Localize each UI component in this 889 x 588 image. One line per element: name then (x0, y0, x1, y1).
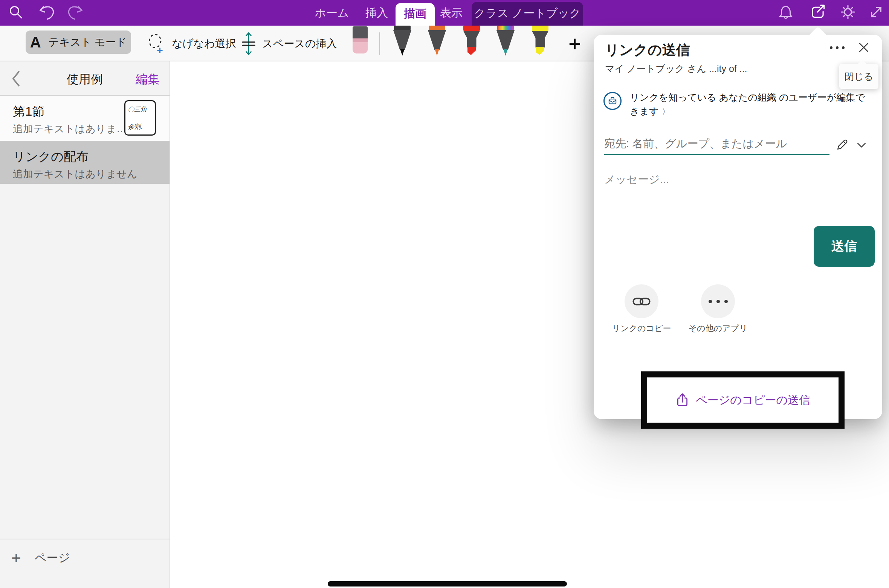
insert-space-icon (241, 32, 256, 56)
copy-link-button[interactable] (625, 284, 658, 318)
expand-icon (868, 4, 884, 20)
sidebar-header: 使用例 編集 (0, 61, 170, 96)
dialog-subtitle: マイ ノートブック さん ...ity of ... (605, 63, 747, 75)
page-list-item[interactable]: 第1節 追加テキストはありま… 〇三角 余割. (0, 96, 170, 141)
add-pen-label: + (568, 31, 581, 56)
message-input[interactable] (604, 170, 868, 189)
close-icon (858, 41, 870, 53)
sidebar-footer: + ページ (0, 539, 170, 588)
insert-space-label: スペースの挿入 (262, 37, 337, 51)
send-button-label: 送信 (831, 238, 857, 255)
search-icon (8, 4, 24, 20)
close-dialog-button[interactable] (854, 38, 873, 57)
lasso-select-button[interactable]: なげなわ選択 (146, 26, 236, 61)
text-mode-button[interactable]: A テキスト モード (26, 31, 131, 54)
chevron-left-icon (11, 70, 21, 87)
thumbnail-handwriting-line1: 〇三角 (128, 105, 147, 114)
send-button[interactable]: 送信 (814, 226, 875, 267)
top-app-bar: ホーム 挿入 描画 表示 クラス ノートブック (0, 0, 889, 26)
copy-link-label: リンクのコピー (600, 323, 683, 334)
link-icon (632, 295, 651, 308)
tab-view-label: 表示 (440, 6, 463, 19)
settings-button[interactable] (839, 3, 857, 21)
lasso-icon (146, 33, 166, 54)
share-button[interactable] (809, 3, 827, 21)
plus-icon: + (11, 548, 21, 567)
lasso-select-label: なげなわ選択 (172, 37, 236, 51)
search-button[interactable] (7, 3, 25, 21)
tab-draw-label: 描画 (404, 7, 426, 20)
more-apps-button[interactable] (701, 284, 735, 318)
page-subtitle: 追加テキストはありません (13, 167, 137, 181)
page-thumbnail: 〇三角 余割. (124, 100, 156, 136)
tab-draw-active[interactable]: 描画 (396, 3, 435, 26)
section-title: 使用例 (45, 71, 124, 88)
insert-space-button[interactable]: スペースの挿入 (241, 26, 337, 61)
pen-divider (379, 32, 380, 55)
send-page-copy-button[interactable]: ページのコピーの送信 (675, 393, 810, 408)
text-mode-label: テキスト モード (49, 35, 127, 49)
more-options-button[interactable] (827, 38, 847, 57)
page-subtitle: 追加テキストはありま… (13, 122, 127, 136)
redo-button[interactable] (67, 3, 85, 21)
page-list-item-selected[interactable]: リンクの配布 追加テキストはありません (0, 141, 170, 184)
chevron-right-icon: 〉 (662, 107, 670, 116)
back-button[interactable] (11, 70, 28, 88)
dialog-title: リンクの送信 (605, 41, 690, 60)
text-mode-icon: A (30, 34, 41, 51)
more-apps-label: その他のアプリ (677, 323, 759, 334)
home-indicator[interactable] (328, 581, 567, 586)
chevron-down-icon (856, 140, 867, 150)
yellow-highlighter-tool[interactable] (531, 26, 549, 57)
rainbow-pen-tool[interactable] (496, 26, 515, 57)
tab-class-notebook-label: クラス ノートブック (474, 7, 581, 19)
tab-insert-label: 挿入 (365, 6, 388, 19)
notifications-button[interactable] (777, 3, 795, 21)
add-page-label: ページ (35, 550, 70, 566)
thumbnail-handwriting-line2: 余割. (128, 122, 143, 131)
annotation-highlight-box: ページのコピーの送信 (641, 371, 845, 429)
close-tooltip-label: 閉じる (845, 70, 873, 83)
page-title: 第1節 (13, 103, 44, 120)
tab-home-label: ホーム (315, 6, 349, 19)
gear-icon (840, 4, 856, 20)
fullscreen-button[interactable] (867, 3, 885, 21)
eraser-rubber (353, 38, 368, 53)
black-pen-tool[interactable] (393, 26, 411, 57)
orange-pen-tool[interactable] (428, 26, 446, 57)
page-title: リンクの配布 (13, 148, 89, 165)
share-icon (809, 3, 826, 21)
add-page-button[interactable]: + ページ (11, 548, 70, 567)
upload-share-icon (675, 393, 690, 408)
add-pen-button[interactable]: + (564, 29, 586, 58)
send-link-dialog: リンクの送信 マイ ノートブック さん ...ity of ... 閉じる (594, 35, 882, 419)
undo-icon (38, 4, 54, 20)
tab-insert[interactable]: 挿入 (358, 0, 396, 26)
eraser-top (353, 26, 368, 38)
close-tooltip: 閉じる (839, 64, 878, 89)
bell-icon (777, 4, 794, 20)
pencil-icon (836, 138, 849, 151)
eraser-tool[interactable] (353, 26, 368, 53)
ellipsis-icon (709, 300, 728, 303)
onenote-app: ホーム 挿入 描画 表示 クラス ノートブック (0, 0, 889, 588)
tab-class-notebook[interactable]: クラス ノートブック (472, 2, 583, 26)
redo-icon (68, 4, 84, 20)
send-page-copy-label: ページのコピーの送信 (696, 393, 810, 408)
dots-icon (830, 46, 832, 49)
tab-view[interactable]: 表示 (432, 0, 470, 26)
edit-permission-button[interactable] (833, 136, 851, 154)
page-list-sidebar: 使用例 編集 第1節 追加テキストはありま… 〇三角 余割. リンクの配布 追加… (0, 61, 170, 588)
organization-briefcase-icon (603, 92, 622, 110)
link-permission-text: リンクを知っている あなたの組織 のユーザーが編集できます〉 (630, 90, 874, 119)
recipient-input[interactable] (604, 133, 829, 155)
undo-button[interactable] (37, 3, 55, 21)
permission-dropdown-button[interactable] (854, 137, 869, 153)
edit-button[interactable]: 編集 (136, 71, 160, 88)
tab-home[interactable]: ホーム (311, 0, 353, 26)
red-highlighter-tool[interactable] (463, 26, 481, 57)
